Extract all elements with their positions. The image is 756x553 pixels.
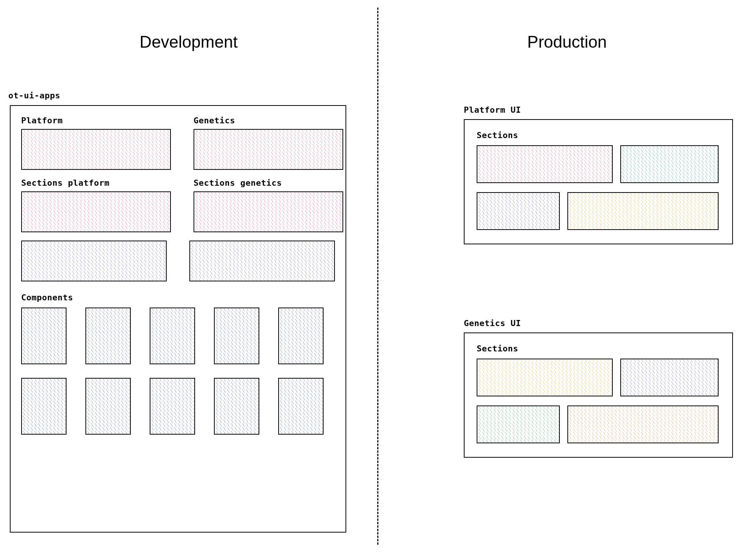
component-box <box>278 378 324 435</box>
column-divider <box>377 8 378 545</box>
sections-genetics-label: Sections genetics <box>194 178 343 188</box>
section-box-orange <box>567 405 719 443</box>
genetics-ui-label: Genetics UI <box>464 318 733 328</box>
component-box <box>214 378 259 435</box>
component-box <box>85 378 131 435</box>
components-row-2 <box>21 378 335 435</box>
platform-sections-row-1 <box>477 145 720 183</box>
production-heading: Production <box>378 33 756 51</box>
section-box-pink <box>477 145 613 183</box>
sections-platform-box <box>21 191 171 232</box>
component-box <box>150 308 195 364</box>
apps-row: Platform Genetics <box>21 116 335 170</box>
sections-platform-col: Sections platform <box>21 178 171 232</box>
genetics-sections-row-1 <box>477 359 720 396</box>
ot-ui-apps-panel: Platform Genetics Sections platform Sect… <box>10 105 346 533</box>
section-box-purple <box>620 359 719 396</box>
section-box-green <box>477 405 560 443</box>
genetics-ui-block: Genetics UI Sections <box>464 318 733 458</box>
section-box-purple <box>477 192 560 230</box>
platform-ui-label: Platform UI <box>464 105 733 115</box>
purple-box-right <box>189 241 335 281</box>
section-box-yellow <box>477 359 613 396</box>
purple-box-left <box>21 241 167 281</box>
unlabeled-row <box>21 241 335 281</box>
sections-row: Sections platform Sections genetics <box>21 178 335 232</box>
development-heading: Development <box>0 33 377 51</box>
platform-col: Platform <box>21 116 171 170</box>
component-box <box>21 308 67 364</box>
component-box <box>150 378 195 435</box>
platform-sections-row-2 <box>477 192 720 230</box>
component-box <box>214 308 259 364</box>
genetics-box <box>194 129 343 170</box>
component-box <box>85 308 131 364</box>
genetics-ui-panel: Sections <box>464 332 733 458</box>
platform-ui-panel: Sections <box>464 119 733 244</box>
platform-sections-label: Sections <box>477 130 720 140</box>
platform-ui-block: Platform UI Sections <box>464 105 733 244</box>
genetics-sections-label: Sections <box>477 344 720 353</box>
sections-platform-label: Sections platform <box>21 178 171 188</box>
sections-genetics-box <box>194 191 343 232</box>
genetics-label: Genetics <box>194 116 343 125</box>
section-box-teal <box>620 145 719 183</box>
component-box <box>278 308 324 364</box>
platform-label: Platform <box>21 116 171 125</box>
ot-ui-apps-label: ot-ui-apps <box>8 91 60 100</box>
genetics-col: Genetics <box>194 116 343 170</box>
platform-box <box>21 129 171 170</box>
sections-genetics-col: Sections genetics <box>194 178 343 232</box>
components-label: Components <box>21 293 335 302</box>
components-row-1 <box>21 308 335 364</box>
component-box <box>21 378 67 435</box>
section-box-yellow <box>567 192 719 230</box>
genetics-sections-row-2 <box>477 405 720 443</box>
